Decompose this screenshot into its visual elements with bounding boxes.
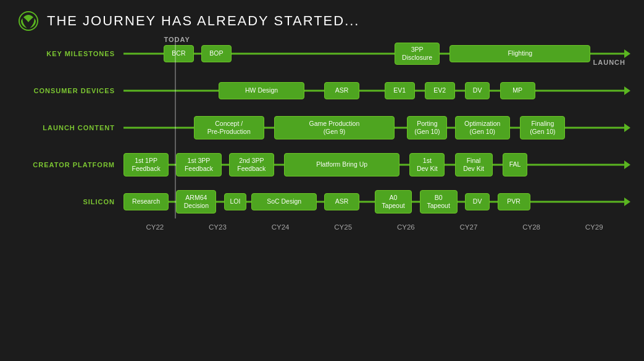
year-spacer — [19, 223, 123, 231]
content-consumer-devices: HW Design ASR EV1 EV2 DV MP — [123, 74, 625, 107]
content-key-milestones: BCR BOP 3PPDisclosure Flighting — [123, 37, 625, 70]
item-dv-cd: DV — [465, 82, 490, 99]
row-creator-platform: CREATOR PLATFORM 1st 1PPFeedback 1st 3PP… — [19, 148, 625, 181]
item-1st-dev-kit: 1stDev Kit — [409, 153, 445, 176]
page-title: THE JOURNEY HAS ALREADY STARTED... — [47, 13, 360, 29]
item-2nd-3pp-feedback: 2nd 3PPFeedback — [229, 153, 274, 176]
year-cy29: CY29 — [579, 223, 609, 231]
item-mp: MP — [500, 82, 535, 99]
content-silicon: Research ARM64Decision LOI SoC Design AS… — [123, 185, 625, 218]
year-cy23: CY23 — [202, 223, 233, 231]
label-creator-platform: CREATOR PLATFORM — [19, 161, 123, 168]
item-flighting: Flighting — [450, 45, 590, 62]
year-cy25: CY25 — [328, 223, 359, 231]
item-bcr: BCR — [164, 45, 194, 62]
years-content: CY22 CY23 CY24 CY25 CY26 CY27 CY28 CY29 — [123, 223, 625, 231]
item-bop: BOP — [201, 45, 232, 62]
years-row: CY22 CY23 CY24 CY25 CY26 CY27 CY28 CY29 — [0, 223, 644, 231]
item-arm64: ARM64Decision — [176, 190, 216, 214]
item-finaling: Finaling(Gen 10) — [520, 116, 565, 139]
item-ev1: EV1 — [385, 82, 415, 99]
item-dv-si: DV — [465, 193, 490, 210]
item-platform-bring-up: Platform Bring Up — [284, 153, 399, 176]
main-container: THE JOURNEY HAS ALREADY STARTED... LAUNC… — [0, 0, 644, 361]
item-soc-design: SoC Design — [251, 193, 317, 210]
row-launch-content: LAUNCH CONTENT Concept /Pre-Production G… — [19, 111, 625, 144]
row-consumer-devices: CONSUMER DEVICES HW Design ASR EV1 EV2 D… — [19, 74, 625, 107]
item-1st-3pp-feedback: 1st 3PPFeedback — [176, 153, 221, 176]
year-cy28: CY28 — [516, 223, 547, 231]
item-concept: Concept /Pre-Production — [194, 116, 264, 139]
item-3pp-disclosure: 3PPDisclosure — [395, 43, 440, 65]
item-game-production: Game Production(Gen 9) — [274, 116, 395, 139]
row-silicon: SILICON Research ARM64Decision LOI SoC D… — [19, 185, 625, 218]
rows-wrapper: KEY MILESTONES BCR BOP 3PPDisclosure Fli… — [19, 37, 625, 218]
header: THE JOURNEY HAS ALREADY STARTED... — [0, 0, 644, 37]
year-cy26: CY26 — [390, 223, 421, 231]
year-cy22: CY22 — [140, 223, 170, 231]
xbox-icon — [19, 11, 38, 31]
item-fal: FAL — [503, 153, 528, 176]
item-a0-tapeout: A0Tapeout — [375, 190, 412, 214]
label-silicon: SILICON — [19, 198, 123, 205]
item-ev2: EV2 — [425, 82, 455, 99]
label-launch-content: LAUNCH CONTENT — [19, 124, 123, 131]
item-final-dev-kit: FinalDev Kit — [455, 153, 493, 176]
row-key-milestones: KEY MILESTONES BCR BOP 3PPDisclosure Fli… — [19, 37, 625, 70]
label-key-milestones: KEY MILESTONES — [19, 50, 123, 57]
item-pvr: PVR — [498, 193, 530, 210]
year-cy24: CY24 — [265, 223, 296, 231]
content-launch-content: Concept /Pre-Production Game Production(… — [123, 111, 625, 144]
item-porting: Porting(Gen 10) — [407, 116, 447, 139]
item-optimization: Optimization(Gen 10) — [455, 116, 510, 139]
item-asr-si: ASR — [324, 193, 359, 210]
content-creator-platform: 1st 1PPFeedback 1st 3PPFeedback 2nd 3PPF… — [123, 148, 625, 181]
year-cy27: CY27 — [453, 223, 484, 231]
item-b0-tapeout: B0Tapeout — [420, 190, 458, 214]
item-asr-cd: ASR — [324, 82, 359, 99]
chart-area: TODAY KEY MILESTONES BCR BOP 3PPDisclosu… — [0, 37, 644, 218]
item-loi: LOI — [224, 193, 247, 210]
item-hw-design: HW Design — [219, 82, 304, 99]
label-consumer-devices: CONSUMER DEVICES — [19, 87, 123, 94]
item-1pp-feedback: 1st 1PPFeedback — [123, 153, 169, 176]
item-research: Research — [123, 193, 169, 210]
